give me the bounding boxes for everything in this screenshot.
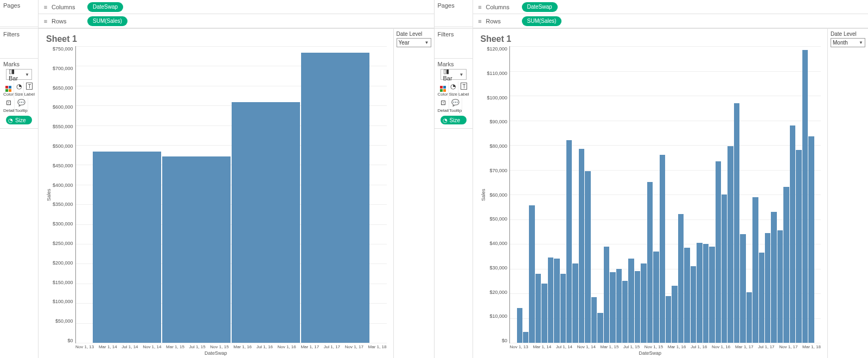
marks-type-value: ▯▮ Bar (443, 68, 459, 81)
x-tick: Mar 1, 17 (735, 344, 754, 349)
bar[interactable] (684, 248, 690, 343)
bar[interactable] (628, 259, 634, 343)
bar[interactable] (808, 136, 814, 343)
x-axis-ticks: Nov 1, 13Mar 1, 14Jul 1, 14Nov 1, 14Mar … (75, 343, 387, 349)
bar[interactable] (591, 297, 597, 343)
bar[interactable] (678, 214, 684, 343)
rows-shelf[interactable]: ≡ Rows SUM(Sales) (473, 14, 869, 28)
marks-label-button[interactable]: 🅃 Label (458, 81, 469, 98)
marks-size-pill[interactable]: ◔ Size (6, 116, 32, 124)
bar[interactable] (672, 286, 677, 343)
bar[interactable] (585, 171, 590, 343)
bar[interactable] (554, 259, 559, 343)
bar[interactable] (740, 234, 745, 343)
rows-pill-sumsales[interactable]: SUM(Sales) (522, 16, 562, 26)
bar[interactable] (790, 125, 795, 343)
bar[interactable] (752, 197, 758, 343)
marks-size-button[interactable]: ◔ Size (449, 81, 458, 98)
marks-tooltip-button[interactable]: 💬 Tooltip (15, 98, 28, 114)
bar[interactable] (579, 149, 584, 343)
bar[interactable] (653, 252, 659, 343)
bar[interactable] (301, 53, 369, 343)
shelves-area: Pages ≡ Columns DateSwap ≡ Rows SUM(Sale… (0, 0, 434, 29)
bar[interactable] (641, 263, 646, 343)
bar[interactable] (548, 257, 553, 343)
bar[interactable] (746, 292, 752, 343)
bar[interactable] (666, 296, 671, 343)
bar[interactable] (635, 271, 640, 343)
bar[interactable] (802, 50, 808, 343)
bar[interactable] (691, 266, 696, 343)
bar[interactable] (722, 194, 727, 343)
bar[interactable] (622, 281, 628, 343)
bar[interactable] (647, 182, 653, 343)
bar[interactable] (572, 263, 578, 343)
bar[interactable] (162, 156, 231, 343)
marks-type-select[interactable]: ▯▮ Bar ▼ (6, 69, 32, 80)
rows-shelf[interactable]: ≡ Rows SUM(Sales) (39, 14, 434, 28)
filters-shelf[interactable]: Filters (0, 29, 38, 59)
bar[interactable] (93, 152, 161, 343)
viz-area-right: Sheet 1 Sales $120,000$110,000$100,000$9… (473, 29, 828, 358)
columns-pill-dateswap[interactable]: DateSwap (522, 2, 558, 12)
parameter-value: Year (399, 40, 410, 46)
x-tick: Mar 1, 18 (368, 344, 387, 349)
bar[interactable] (604, 247, 609, 343)
bar[interactable] (734, 103, 739, 343)
bar[interactable] (529, 205, 534, 343)
plot-area[interactable] (509, 46, 821, 343)
bar[interactable] (616, 269, 622, 343)
y-tick: $350,000 (53, 202, 73, 207)
marks-label-button[interactable]: 🅃 Label (24, 81, 35, 98)
bar[interactable] (697, 243, 702, 343)
marks-color-button[interactable]: Color (438, 81, 449, 98)
y-tick: $30,000 (490, 265, 508, 271)
x-tick: Jul 1, 17 (758, 344, 774, 349)
marks-type-select[interactable]: ▯▮ Bar ▼ (441, 69, 467, 80)
columns-shelf[interactable]: ≡ Columns DateSwap (473, 0, 869, 14)
bar[interactable] (796, 150, 801, 343)
chevron-down-icon: ▼ (425, 40, 429, 45)
marks-color-button[interactable]: Color (3, 81, 14, 98)
marks-detail-button[interactable]: ⊡ Detail (3, 98, 15, 114)
pages-shelf[interactable]: Pages (435, 0, 473, 27)
parameter-select-right[interactable]: Month ▼ (831, 38, 865, 47)
columns-shelf[interactable]: ≡ Columns DateSwap (39, 0, 434, 14)
bar[interactable] (716, 161, 721, 343)
bar[interactable] (759, 253, 764, 343)
y-tick: $60,000 (490, 192, 508, 198)
bar[interactable] (566, 140, 572, 343)
x-tick: Nov 1, 14 (143, 344, 161, 349)
bar[interactable] (535, 274, 541, 343)
bar[interactable] (777, 230, 783, 343)
pages-shelf[interactable]: Pages (0, 0, 38, 27)
bar[interactable] (597, 313, 603, 343)
parameter-select-left[interactable]: Year ▼ (397, 38, 431, 47)
bar[interactable] (703, 244, 709, 343)
marks-size-button[interactable]: ◔ Size (14, 81, 24, 98)
marks-size-pill[interactable]: ◔ Size (441, 116, 467, 124)
bar[interactable] (765, 233, 770, 343)
x-tick: Jul 1, 16 (691, 344, 707, 349)
bar[interactable] (517, 308, 522, 343)
filters-shelf[interactable]: Filters (435, 29, 473, 59)
y-axis-ticks: $120,000$110,000$100,000$90,000$80,000$7… (487, 46, 510, 343)
marks-detail-button[interactable]: ⊡ Detail (438, 98, 449, 114)
bar[interactable] (709, 247, 714, 343)
y-tick: $550,000 (53, 124, 73, 129)
bar[interactable] (660, 155, 665, 343)
y-tick: $150,000 (53, 280, 73, 285)
bar[interactable] (232, 102, 300, 343)
plot-area[interactable] (75, 46, 387, 343)
bar[interactable] (727, 146, 733, 343)
bar[interactable] (610, 272, 615, 343)
bar[interactable] (771, 212, 776, 343)
columns-icon: ≡ (42, 4, 49, 10)
bar[interactable] (783, 187, 789, 343)
bar[interactable] (560, 274, 566, 343)
rows-pill-sumsales[interactable]: SUM(Sales) (87, 16, 127, 26)
bar[interactable] (541, 284, 547, 343)
bar[interactable] (523, 332, 528, 343)
marks-tooltip-button[interactable]: 💬 Tooltip (449, 98, 462, 114)
columns-pill-dateswap[interactable]: DateSwap (87, 2, 123, 12)
